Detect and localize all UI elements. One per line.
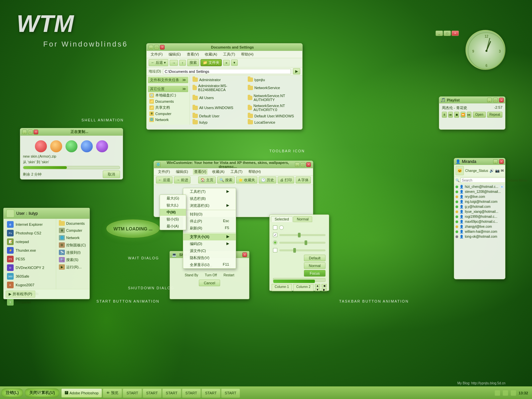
taskbar-logoff-btn[interactable]: 注销(L) bbox=[1, 388, 23, 397]
file-defaultuser[interactable]: Default User bbox=[191, 113, 246, 119]
settings-check3[interactable] bbox=[273, 248, 277, 252]
miranda-sound-icon[interactable]: 🔊 bbox=[489, 169, 494, 173]
dropdown-goto[interactable]: 转到(O) bbox=[183, 211, 236, 218]
file-networkservice-nt0[interactable]: NetworkService.NT AUTHORITY.0 bbox=[246, 103, 301, 112]
docs-menu-view[interactable]: 查看(V) bbox=[186, 52, 200, 57]
wincust-menu-tools[interactable]: 工具(T) bbox=[229, 169, 244, 175]
settings-tab-selected[interactable]: Selected bbox=[271, 216, 293, 222]
sidebar-documents[interactable]: 📁 Documents bbox=[148, 98, 188, 104]
miranda-camera-icon[interactable]: 📷 bbox=[495, 169, 500, 173]
sidebar-shared[interactable]: 📁 共享文档 bbox=[148, 104, 188, 111]
start-right-computer[interactable]: 🖥 Computer bbox=[58, 227, 88, 234]
circle-green[interactable] bbox=[66, 140, 77, 152]
miranda-contact-hizi[interactable]: 👤 hizi_chen@hotmail.c... 📧 bbox=[454, 184, 505, 189]
submenu-smallest[interactable]: 最小(A) bbox=[160, 223, 186, 230]
submenu-largest[interactable]: 最大(G) bbox=[160, 195, 186, 202]
settings-col1-btn[interactable]: Column 1 bbox=[272, 284, 292, 291]
circle-purple[interactable] bbox=[96, 140, 108, 152]
file-defaultuser-win[interactable]: Default User.WINDOWS bbox=[246, 113, 301, 119]
docs-search-btn[interactable]: 搜索 bbox=[187, 59, 199, 66]
shutdown-close-btn[interactable]: × bbox=[242, 252, 247, 257]
settings-check2[interactable]: ✓ bbox=[273, 233, 277, 237]
miranda-contact-tong[interactable]: 👤 tong-ok@hotmail.com bbox=[454, 234, 505, 239]
sidebar-computer[interactable]: 🖥 Computer bbox=[148, 111, 188, 117]
docs-restore-btn[interactable]: □ bbox=[154, 45, 159, 50]
wincust-menu-edit[interactable]: 编辑(E) bbox=[175, 169, 190, 175]
miranda-menu-btn[interactable]: Menu bbox=[519, 179, 527, 182]
start-item-notepad[interactable]: 📝 notepad bbox=[5, 237, 55, 246]
taskbar-shutdown-btn[interactable]: 关闭计算机(U) bbox=[25, 388, 59, 397]
wincust-search-btn[interactable]: 🔍 搜索 bbox=[217, 177, 235, 184]
playlist-close-btn[interactable]: × bbox=[499, 98, 504, 102]
file-networkservice[interactable]: NetworkService bbox=[246, 83, 301, 92]
mini-restore-btn[interactable]: □ bbox=[444, 31, 451, 36]
wincust-restore-btn[interactable]: □ bbox=[301, 162, 305, 167]
playlist-open-btn[interactable]: Open bbox=[473, 112, 485, 118]
miranda-contact-gy[interactable]: 👤 g.y@hotmail.com bbox=[454, 204, 505, 209]
dropdown-source[interactable]: 源文件(C) bbox=[183, 247, 236, 254]
docs-menu-help[interactable]: 帮助(H) bbox=[240, 52, 255, 57]
settings-down-btn[interactable]: ▼ bbox=[315, 288, 320, 291]
wincust-font-btn[interactable]: A 字体 bbox=[296, 177, 311, 184]
file-admin-ms[interactable]: Administrator.MS-B12468BEAECA bbox=[191, 83, 246, 92]
miranda-contact-ing[interactable]: 👤 ing.luigi@hotmail.com bbox=[454, 199, 505, 204]
settings-slider2[interactable] bbox=[279, 242, 326, 244]
settings-col2-btn[interactable]: Column 2 bbox=[293, 284, 314, 291]
settings-left-btn[interactable]: ◀ bbox=[322, 284, 327, 287]
taskbar-btn-preview[interactable]: 👁 预览 bbox=[103, 388, 122, 398]
dropdown-toolbar[interactable]: 工具栏(T)▶ bbox=[183, 188, 236, 195]
dropdown-textsize[interactable]: 文字大小(X)▶ bbox=[183, 233, 236, 240]
wincust-favs-btn[interactable]: ⭐ 收藏夹 bbox=[236, 177, 257, 184]
docs-sidebar-locations-header[interactable]: 其它位置 ≫ bbox=[148, 86, 188, 92]
miranda-close-btn[interactable]: × bbox=[499, 159, 504, 164]
dropdown-refresh[interactable]: 刷新(R)F5 bbox=[183, 225, 236, 232]
docs-menu-favs[interactable]: 收藏(A) bbox=[203, 52, 218, 57]
shutdown-cancel-btn[interactable]: Cancel bbox=[199, 280, 220, 286]
playlist-ff-btn[interactable]: ⏩ bbox=[461, 112, 466, 118]
wincust-menu-view[interactable]: 查看(V) bbox=[193, 169, 208, 175]
start-right-network[interactable]: 🌐 Network bbox=[58, 234, 88, 241]
docs-back-btn[interactable]: ← 后退 ▾ bbox=[149, 59, 168, 66]
miranda-contact-liyue[interactable]: 👤 liyue_xiang@hotmail... bbox=[454, 209, 505, 214]
copy-cancel-btn[interactable]: 取消 bbox=[103, 171, 120, 178]
wtm-load-btn[interactable]: WTM LOADING ... bbox=[106, 219, 160, 238]
playlist-repeat-btn[interactable]: Repeat bbox=[487, 112, 502, 118]
docs-extra1-btn[interactable]: × bbox=[223, 60, 230, 66]
file-networkservice-nt[interactable]: NetworkService.NT AUTHORITY bbox=[246, 93, 301, 102]
miranda-search-input[interactable] bbox=[461, 178, 505, 183]
circle-blue[interactable] bbox=[81, 140, 93, 152]
file-administrator[interactable]: Administrator bbox=[191, 77, 246, 82]
wincust-hist-btn[interactable]: 🕐 历史 bbox=[259, 177, 276, 184]
playlist-rew-btn[interactable]: ⏮ bbox=[448, 112, 453, 118]
tray-icon2[interactable] bbox=[503, 390, 508, 396]
settings-normal-btn[interactable]: Normal bbox=[304, 262, 326, 269]
dropdown-encoding[interactable]: 编码(D)▶ bbox=[183, 240, 236, 247]
docs-menu-file[interactable]: 文件(F) bbox=[149, 52, 164, 57]
wincust-forward-btn[interactable]: → 前进 bbox=[174, 177, 191, 184]
docs-go-btn[interactable]: ▶ bbox=[293, 68, 300, 74]
taskbar-btn-start1[interactable]: START bbox=[123, 388, 142, 398]
settings-slider3[interactable] bbox=[279, 249, 326, 251]
miranda-contact-steven[interactable]: 👤 steven_1208@hotmail... bbox=[454, 189, 505, 194]
wincust-home-btn[interactable]: 🏠 主页 bbox=[198, 177, 216, 184]
dropdown-stop[interactable]: 停止(P)Esc bbox=[183, 218, 236, 225]
playlist-prev-btn[interactable]: ⏸ bbox=[442, 112, 447, 118]
docs-menu-edit[interactable]: 编辑(E) bbox=[167, 52, 182, 57]
docs-forward-btn[interactable]: → bbox=[170, 60, 178, 66]
start-item-kugoo[interactable]: K Kugoo2007 bbox=[5, 281, 55, 289]
settings-default-btn[interactable]: Default bbox=[304, 255, 326, 261]
wincust-back-btn[interactable]: ← 后退 bbox=[156, 177, 173, 184]
file-liulyp[interactable]: liulyp bbox=[191, 119, 246, 125]
start-right-docs[interactable]: Documents bbox=[58, 220, 88, 227]
sidebar-network[interactable]: 🌐 Network bbox=[148, 117, 188, 123]
circle-orange[interactable] bbox=[50, 140, 62, 152]
docs-sidebar-tasks-toggle[interactable]: ≫ bbox=[182, 78, 186, 82]
settings-radio2[interactable] bbox=[273, 240, 277, 245]
miranda-contact-zhang[interactable]: 👤 zhangyl@live.com bbox=[454, 224, 505, 229]
settings-right-btn[interactable]: ▶ bbox=[322, 288, 327, 291]
miranda-contact-william[interactable]: 👤 william-hai@msn.com bbox=[454, 229, 505, 234]
playlist-restore-btn[interactable]: □ bbox=[493, 98, 498, 102]
start-right-run[interactable]: ▶ 运行(R)... bbox=[58, 263, 88, 271]
miranda-minimize-btn[interactable]: _ bbox=[493, 159, 498, 164]
miranda-options-btn[interactable]: Options bbox=[506, 179, 518, 182]
